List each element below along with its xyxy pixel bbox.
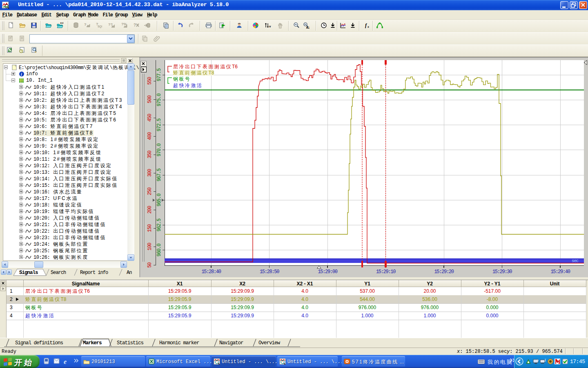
svg-text:972.5: 972.5: [156, 118, 162, 131]
svg-text:Statistics: Statistics: [117, 340, 144, 346]
svg-text:200: 200: [147, 206, 153, 213]
svg-text:i: i: [21, 72, 22, 76]
svg-text:Overview: Overview: [258, 340, 281, 346]
svg-text:100: 100: [147, 242, 153, 250]
svg-text:Signal definitions: Signal definitions: [15, 340, 63, 346]
svg-text:350: 350: [147, 150, 153, 158]
svg-text:15:29:20: 15:29:20: [434, 269, 454, 275]
svg-text:975.0: 975.0: [156, 93, 162, 106]
svg-text:Harmonic marker: Harmonic marker: [159, 340, 199, 346]
svg-text:300: 300: [147, 169, 153, 177]
svg-text:e: e: [64, 358, 67, 365]
svg-text:400: 400: [147, 132, 153, 140]
svg-text:sec: sec: [572, 258, 579, 263]
svg-text:962.5: 962.5: [156, 218, 162, 231]
svg-text:960.0: 960.0: [156, 243, 162, 256]
svg-text:250: 250: [147, 187, 153, 195]
svg-text:??: ??: [108, 22, 113, 27]
svg-text:Search: Search: [51, 270, 66, 276]
svg-text:550: 550: [147, 77, 153, 85]
svg-text:?%: ?%: [121, 22, 127, 26]
svg-text:SQL: SQL: [98, 25, 102, 28]
svg-text:15:29:40: 15:29:40: [550, 269, 570, 275]
svg-text:An: An: [127, 270, 132, 276]
svg-text:15:29:10: 15:29:10: [376, 269, 396, 275]
svg-text:450: 450: [147, 114, 153, 121]
svg-text:v: v: [269, 25, 271, 28]
svg-text:50: 50: [147, 263, 153, 268]
svg-text:ALL: ALL: [306, 26, 310, 29]
svg-text:967.5: 967.5: [156, 168, 162, 182]
svg-text:?: ?: [134, 23, 136, 27]
svg-text:965.0: 965.0: [156, 193, 162, 206]
svg-text:150: 150: [147, 224, 153, 232]
svg-text:15:28:40: 15:28:40: [201, 269, 221, 275]
svg-text:15:28:50: 15:28:50: [260, 269, 279, 275]
svg-text:15:29:30: 15:29:30: [492, 269, 512, 275]
svg-text:15:29:00: 15:29:00: [318, 269, 337, 275]
svg-text:970.0: 970.0: [156, 144, 162, 157]
svg-text:f: f: [365, 22, 367, 28]
svg-text:Signals: Signals: [19, 270, 38, 276]
svg-text:500: 500: [147, 95, 153, 103]
svg-text:977.5: 977.5: [156, 68, 162, 81]
svg-text:Report info: Report info: [80, 270, 108, 276]
svg-text:++: ++: [60, 22, 63, 25]
svg-text:?: ?: [84, 22, 87, 27]
svg-text:x: x: [367, 25, 369, 29]
svg-text:Markers: Markers: [83, 340, 102, 346]
svg-text:Navigator: Navigator: [219, 340, 243, 346]
